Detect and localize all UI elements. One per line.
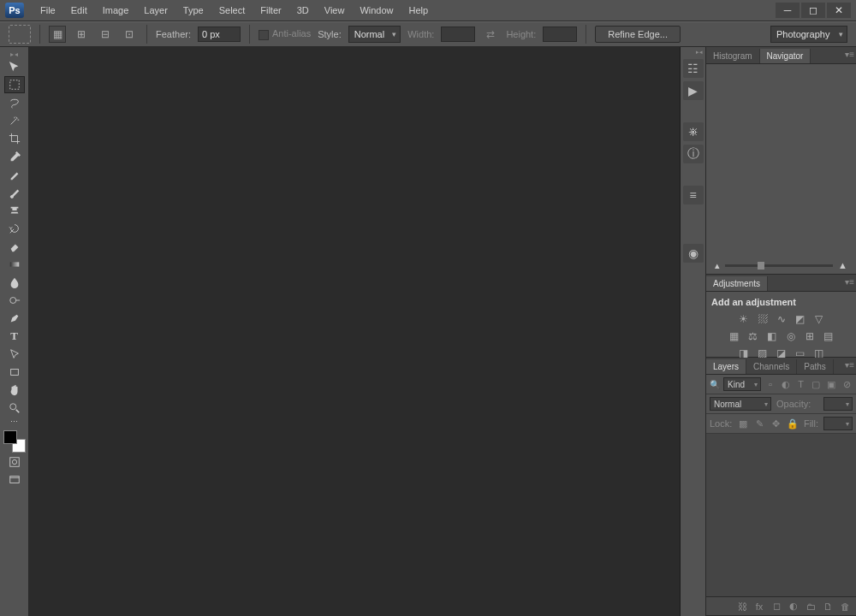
dock-grip[interactable]: ▸◂ [682, 49, 704, 56]
photo-filter-icon[interactable]: ◎ [784, 329, 798, 343]
menu-layer[interactable]: Layer [136, 2, 175, 19]
window-maximize-button[interactable]: ◻ [801, 3, 825, 18]
brush-tool-icon[interactable] [4, 184, 25, 201]
curves-icon[interactable]: ∿ [775, 312, 788, 326]
lock-transparency-icon[interactable]: ▩ [737, 418, 748, 429]
menu-3d[interactable]: 3D [289, 2, 317, 19]
actions-panel-icon[interactable]: ▶ [683, 81, 704, 100]
zoom-tool-icon[interactable] [4, 400, 25, 417]
new-selection-icon[interactable]: ▦ [49, 26, 66, 43]
marquee-tool-icon[interactable] [4, 76, 25, 93]
dodge-tool-icon[interactable] [4, 292, 25, 309]
delete-layer-icon[interactable]: 🗑 [839, 601, 851, 613]
document-canvas[interactable] [29, 47, 681, 616]
menu-window[interactable]: Window [352, 2, 401, 19]
blend-mode-dropdown[interactable]: Normal [710, 397, 771, 411]
exposure-icon[interactable]: ◩ [794, 312, 807, 326]
layer-filter-kind[interactable]: Kind [723, 377, 761, 391]
brightness-contrast-icon[interactable]: ☀ [737, 312, 751, 326]
character-panel-icon[interactable]: ≡ [683, 186, 704, 204]
properties-panel-icon[interactable]: ⛯ [683, 122, 704, 141]
menu-file[interactable]: File [33, 2, 63, 19]
black-white-icon[interactable]: ◧ [765, 329, 779, 343]
clone-stamp-tool-icon[interactable] [4, 202, 25, 219]
filter-smart-icon[interactable]: ▣ [825, 378, 837, 390]
zoom-slider-track[interactable] [725, 264, 833, 267]
filter-type-icon[interactable]: T [795, 378, 807, 390]
tab-adjustments[interactable]: Adjustments [706, 276, 768, 291]
path-selection-tool-icon[interactable] [4, 346, 25, 363]
menu-type[interactable]: Type [175, 2, 211, 19]
fill-dropdown[interactable] [823, 417, 853, 430]
filter-toggle-icon[interactable]: ⊘ [841, 378, 853, 390]
panel-menu-icon[interactable]: ▾≡ [845, 50, 854, 59]
gradient-tool-icon[interactable] [4, 256, 25, 273]
opacity-dropdown[interactable] [823, 397, 853, 411]
color-swatches[interactable] [3, 430, 26, 453]
healing-brush-tool-icon[interactable] [4, 166, 25, 183]
color-balance-icon[interactable]: ⚖ [746, 329, 760, 343]
zoom-in-icon[interactable]: ▲ [838, 260, 847, 270]
tab-histogram[interactable]: Histogram [706, 49, 760, 63]
quick-mask-icon[interactable] [4, 453, 25, 471]
eraser-tool-icon[interactable] [4, 238, 25, 255]
edit-toolbar-icon[interactable]: ⋯ [4, 418, 25, 426]
style-dropdown[interactable]: Normal [348, 26, 401, 43]
link-layers-icon[interactable]: ⛓ [736, 601, 748, 613]
blur-tool-icon[interactable] [4, 274, 25, 291]
rectangle-tool-icon[interactable] [4, 364, 25, 381]
crop-tool-icon[interactable] [4, 130, 25, 147]
zoom-slider[interactable]: ▴ ▲ [715, 260, 847, 270]
history-brush-tool-icon[interactable] [4, 220, 25, 237]
lock-position-icon[interactable]: ✥ [770, 418, 782, 429]
history-panel-icon[interactable]: ☷ [683, 59, 704, 78]
channel-mixer-icon[interactable]: ⊞ [803, 329, 817, 343]
feather-input[interactable] [198, 27, 241, 42]
menu-view[interactable]: View [317, 2, 353, 19]
magic-wand-tool-icon[interactable] [4, 112, 25, 129]
workspace-switcher[interactable]: Photography [770, 26, 847, 43]
move-tool-icon[interactable] [4, 58, 25, 75]
toolbox-grip[interactable]: ▸◂ [2, 50, 27, 57]
lock-image-icon[interactable]: ✎ [754, 418, 765, 429]
panel-menu-icon[interactable]: ▾≡ [845, 360, 854, 370]
new-group-icon[interactable]: 🗀 [805, 601, 817, 613]
menu-edit[interactable]: Edit [63, 2, 95, 19]
hue-saturation-icon[interactable]: ▦ [728, 329, 741, 343]
menu-image[interactable]: Image [95, 2, 137, 19]
libraries-panel-icon[interactable]: ◉ [683, 244, 704, 263]
subtract-selection-icon[interactable]: ⊟ [97, 26, 114, 43]
new-layer-icon[interactable]: 🗋 [822, 601, 834, 613]
lock-all-icon[interactable]: 🔒 [787, 418, 799, 429]
window-close-button[interactable]: ✕ [827, 3, 851, 18]
lasso-tool-icon[interactable] [4, 94, 25, 111]
info-panel-icon[interactable]: ⓘ [683, 145, 704, 163]
tab-navigator[interactable]: Navigator [760, 49, 811, 63]
menu-select[interactable]: Select [211, 2, 253, 19]
screen-mode-icon[interactable] [4, 471, 25, 489]
refine-edge-button[interactable]: Refine Edge... [595, 26, 681, 43]
hand-tool-icon[interactable] [4, 382, 25, 399]
levels-icon[interactable]: ⛆ [756, 312, 770, 326]
filter-adjustment-icon[interactable]: ◐ [780, 378, 792, 390]
zoom-out-icon[interactable]: ▴ [715, 260, 720, 271]
tab-layers[interactable]: Layers [706, 359, 746, 374]
eyedropper-tool-icon[interactable] [4, 148, 25, 165]
filter-pixel-icon[interactable]: ▫ [764, 378, 776, 390]
layer-mask-icon[interactable]: ◻ [770, 601, 782, 613]
intersect-selection-icon[interactable]: ⊡ [121, 26, 138, 43]
panel-menu-icon[interactable]: ▾≡ [845, 277, 854, 287]
window-minimize-button[interactable]: ─ [776, 3, 800, 18]
add-to-selection-icon[interactable]: ⊞ [73, 26, 90, 43]
new-fill-layer-icon[interactable]: ◐ [788, 601, 800, 613]
pen-tool-icon[interactable] [4, 310, 25, 327]
layer-style-icon[interactable]: fx [753, 601, 765, 613]
tool-preset-picker[interactable] [9, 25, 31, 44]
tab-channels[interactable]: Channels [746, 359, 797, 374]
menu-help[interactable]: Help [401, 2, 437, 19]
foreground-color-swatch[interactable] [3, 430, 17, 444]
tab-paths[interactable]: Paths [797, 359, 834, 374]
filter-shape-icon[interactable]: ▢ [810, 378, 822, 390]
vibrance-icon[interactable]: ▽ [812, 312, 826, 326]
color-lookup-icon[interactable]: ▤ [822, 329, 835, 343]
